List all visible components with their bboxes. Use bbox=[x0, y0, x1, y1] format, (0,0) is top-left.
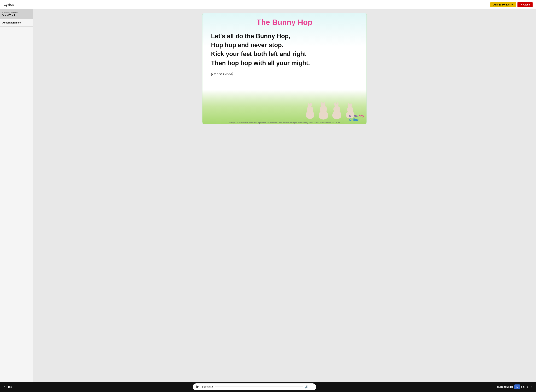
accompaniment-label: Accompaniment bbox=[2, 21, 30, 24]
lyrics-line-4: Then hop hop with all your might. bbox=[211, 59, 268, 68]
lyrics-block: Let's all do the Bunny Hop, Hop hop and … bbox=[202, 28, 268, 69]
accompaniment-item[interactable]: Accompaniment bbox=[0, 19, 33, 27]
slide-background-hill bbox=[202, 90, 268, 124]
lyrics-line-2: Hop hop and never stop. bbox=[211, 41, 268, 50]
main-layout: Currently Selected Vocal Track Accompani… bbox=[0, 9, 268, 196]
content-area: The Bunny Hop Let's all do the Bunny Hop… bbox=[33, 9, 268, 196]
currently-selected-label: Currently Selected bbox=[2, 11, 30, 14]
vocal-track-selected-item[interactable]: Currently Selected Vocal Track bbox=[0, 9, 33, 19]
copyright-text: No copying or transfer of this presentat… bbox=[202, 122, 268, 124]
song-title: The Bunny Hop bbox=[202, 13, 268, 28]
lyrics-line-3: Kick your feet both left and right bbox=[211, 50, 268, 58]
vocal-track-label: Vocal Track bbox=[2, 14, 30, 17]
lyrics-line-1: Let's all do the Bunny Hop, bbox=[211, 32, 268, 41]
lyrics-slide: The Bunny Hop Let's all do the Bunny Hop… bbox=[202, 13, 268, 124]
header: Lyrics Add To My List ▾ ✕ Close bbox=[0, 0, 268, 9]
dance-break-text: (Dance Break) bbox=[202, 69, 268, 79]
page-title: Lyrics bbox=[3, 2, 14, 7]
sidebar: Currently Selected Vocal Track Accompani… bbox=[0, 9, 33, 196]
